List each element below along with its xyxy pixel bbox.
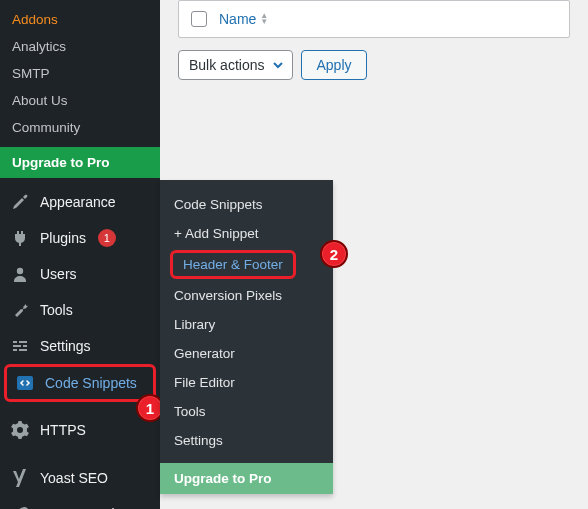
- flyout-conversion-pixels[interactable]: Conversion Pixels: [160, 281, 333, 310]
- flyout-tools[interactable]: Tools: [160, 397, 333, 426]
- nav-appearance[interactable]: Appearance: [0, 184, 160, 220]
- nav-envato-market[interactable]: Envato Market: [0, 496, 160, 509]
- flyout-header-footer[interactable]: Header & Footer: [183, 257, 283, 272]
- wrench-icon: [10, 300, 30, 320]
- nav-users[interactable]: Users: [0, 256, 160, 292]
- leaf-icon: [10, 504, 30, 509]
- nav-tools[interactable]: Tools: [0, 292, 160, 328]
- plug-icon: [10, 228, 30, 248]
- nav-label: Users: [40, 266, 77, 282]
- table-header-row: Name ▲▼: [178, 0, 570, 38]
- nav-label: Settings: [40, 338, 91, 354]
- code-snippets-submenu: Code Snippets + Add Snippet Header & Foo…: [160, 180, 333, 494]
- sidebar-main-nav: Appearance Plugins 1 Users Tools Setti: [0, 178, 160, 509]
- flyout-upgrade-pro[interactable]: Upgrade to Pro: [160, 463, 333, 494]
- nav-label: Tools: [40, 302, 73, 318]
- flyout-code-snippets[interactable]: Code Snippets: [160, 190, 333, 219]
- svg-rect-1: [17, 376, 33, 390]
- select-value: Bulk actions: [189, 57, 264, 73]
- nav-label: Code Snippets: [45, 375, 137, 391]
- select-all-checkbox[interactable]: [191, 11, 207, 27]
- flyout-header-footer-highlight: Header & Footer: [170, 250, 296, 279]
- nav-code-snippets[interactable]: Code Snippets: [4, 364, 156, 402]
- nav-settings[interactable]: Settings: [0, 328, 160, 364]
- user-icon: [10, 264, 30, 284]
- sidebar-sub-about[interactable]: About Us: [0, 87, 160, 114]
- main-content: Name ▲▼ Bulk actions Apply: [160, 0, 588, 80]
- brush-icon: [10, 192, 30, 212]
- chevron-down-icon: [272, 59, 284, 71]
- bulk-actions-row: Bulk actions Apply: [178, 50, 570, 80]
- sidebar-sub-analytics[interactable]: Analytics: [0, 33, 160, 60]
- sidebar-sub-smtp[interactable]: SMTP: [0, 60, 160, 87]
- sidebar-sub-addons[interactable]: Addons: [0, 6, 160, 33]
- sliders-icon: [10, 336, 30, 356]
- code-icon: [15, 373, 35, 393]
- flyout-add-snippet[interactable]: + Add Snippet: [160, 219, 333, 248]
- admin-sidebar: Addons Analytics SMTP About Us Community…: [0, 0, 160, 509]
- svg-point-0: [17, 268, 23, 274]
- plugins-badge: 1: [98, 229, 116, 247]
- flyout-settings[interactable]: Settings: [160, 426, 333, 455]
- bulk-actions-select[interactable]: Bulk actions: [178, 50, 293, 80]
- flyout-library[interactable]: Library: [160, 310, 333, 339]
- apply-button[interactable]: Apply: [301, 50, 366, 80]
- nav-plugins[interactable]: Plugins 1: [0, 220, 160, 256]
- sidebar-upgrade-pro[interactable]: Upgrade to Pro: [0, 147, 160, 178]
- sidebar-sub-community[interactable]: Community: [0, 114, 160, 141]
- nav-label: Yoast SEO: [40, 470, 108, 486]
- flyout-header-footer-wrap: Header & Footer: [160, 248, 333, 281]
- name-column-header[interactable]: Name ▲▼: [219, 11, 268, 27]
- code-snippets-highlight-box: Code Snippets 1: [4, 364, 156, 402]
- gear-icon: [10, 420, 30, 440]
- column-label: Name: [219, 11, 256, 27]
- flyout-file-editor[interactable]: File Editor: [160, 368, 333, 397]
- sort-icon: ▲▼: [260, 13, 268, 25]
- nav-yoast-seo[interactable]: Yoast SEO: [0, 460, 160, 496]
- nav-label: Plugins: [40, 230, 86, 246]
- nav-https[interactable]: HTTPS: [0, 412, 160, 448]
- flyout-generator[interactable]: Generator: [160, 339, 333, 368]
- annotation-badge-2: 2: [320, 240, 348, 268]
- yoast-icon: [10, 468, 30, 488]
- nav-label: Appearance: [40, 194, 116, 210]
- nav-label: HTTPS: [40, 422, 86, 438]
- sidebar-subsection: Addons Analytics SMTP About Us Community: [0, 0, 160, 147]
